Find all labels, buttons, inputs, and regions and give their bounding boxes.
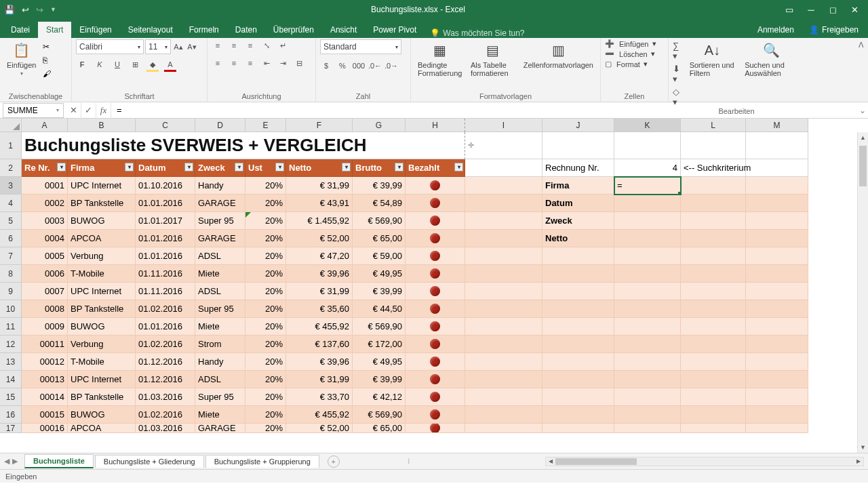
cell-bezahlt[interactable]: [406, 300, 465, 318]
cell[interactable]: [746, 230, 808, 247]
cell[interactable]: [614, 388, 681, 406]
row-header[interactable]: 1: [0, 132, 22, 159]
cell[interactable]: ✛: [465, 132, 542, 159]
cell[interactable]: [681, 132, 746, 159]
cell-datum[interactable]: 01.11.2016: [136, 283, 195, 300]
col-M[interactable]: M: [746, 119, 808, 132]
cell-netto[interactable]: € 455,92: [286, 406, 353, 424]
align-top-icon[interactable]: ≡: [212, 39, 224, 52]
cell-ust[interactable]: 20%: [245, 388, 286, 406]
lookup-netto-label[interactable]: Netto: [542, 230, 614, 247]
italic-button[interactable]: K: [94, 58, 106, 70]
cell[interactable]: [614, 195, 681, 212]
col-A[interactable]: A: [22, 119, 68, 132]
cell-brutto[interactable]: € 39,99: [353, 371, 406, 388]
row-header[interactable]: 2: [0, 159, 22, 177]
delete-cells-button[interactable]: ➖ Löschen ▾: [605, 49, 655, 58]
cell-firma[interactable]: APCOA: [68, 424, 136, 433]
cell[interactable]: [465, 353, 542, 371]
col-F[interactable]: F: [286, 119, 353, 132]
lookup-datum-label[interactable]: Datum: [542, 195, 614, 212]
align-center-icon[interactable]: ≡: [228, 57, 240, 69]
cell[interactable]: [746, 406, 808, 424]
row-header[interactable]: 9: [0, 283, 22, 300]
cell-netto[interactable]: € 52,00: [286, 424, 353, 433]
cell[interactable]: [614, 406, 681, 424]
cell[interactable]: [465, 424, 542, 433]
cell-zweck[interactable]: Super 95: [195, 388, 245, 406]
cell-ust[interactable]: 20%: [245, 265, 286, 283]
dec-decimal-icon[interactable]: .0→: [385, 60, 397, 72]
maximize-icon[interactable]: ◻: [823, 5, 842, 15]
row-header[interactable]: 6: [0, 230, 22, 247]
cell-ust[interactable]: 20%: [245, 353, 286, 371]
cell-datum[interactable]: 01.02.2016: [136, 336, 195, 353]
cell-zweck[interactable]: Handy: [195, 353, 245, 371]
conditional-formatting-button[interactable]: ▦Bedingte Formatierung: [415, 39, 465, 79]
sheet-next-icon[interactable]: ▶: [12, 457, 18, 466]
collapse-ribbon-icon[interactable]: ᐱ: [859, 41, 864, 49]
row-header[interactable]: 14: [0, 371, 22, 388]
cell-renr[interactable]: 00013: [22, 371, 68, 388]
cell-zweck[interactable]: Miete: [195, 406, 245, 424]
align-left-icon[interactable]: ≡: [212, 57, 224, 69]
filter-icon[interactable]: ▾: [275, 163, 284, 171]
cell-firma[interactable]: T-Mobile: [68, 353, 136, 371]
cell-brutto[interactable]: € 54,89: [353, 195, 406, 212]
cell-bezahlt[interactable]: [406, 177, 465, 195]
cell[interactable]: [542, 132, 614, 159]
cell-zweck[interactable]: GARAGE: [195, 424, 245, 433]
sort-filter-button[interactable]: A↓Sortieren und Filtern: [687, 39, 738, 79]
cell-bezahlt[interactable]: [406, 318, 465, 336]
cell-renr[interactable]: 0001: [22, 177, 68, 195]
cell-zweck[interactable]: Miete: [195, 265, 245, 283]
cell[interactable]: [681, 195, 746, 212]
row-header[interactable]: 17: [0, 424, 22, 433]
col-J[interactable]: J: [542, 119, 614, 132]
lookup-hint[interactable]: <-- Suchkriterium: [681, 159, 746, 177]
col-C[interactable]: C: [136, 119, 195, 132]
col-D[interactable]: D: [195, 119, 245, 132]
tab-formulas[interactable]: Formeln: [181, 22, 227, 38]
clear-icon[interactable]: ◇ ▾: [673, 87, 683, 107]
cell[interactable]: [746, 265, 808, 283]
cell-zweck[interactable]: Handy: [195, 177, 245, 195]
cell[interactable]: [614, 300, 681, 318]
close-icon[interactable]: ✕: [845, 5, 864, 15]
cell[interactable]: [746, 212, 808, 230]
merge-icon[interactable]: ⊟: [293, 57, 305, 69]
sheet-tab-0[interactable]: Buchungsliste: [24, 454, 94, 468]
cell-netto[interactable]: € 33,70: [286, 388, 353, 406]
cell-brutto[interactable]: € 39,99: [353, 283, 406, 300]
cell-brutto[interactable]: € 49,95: [353, 353, 406, 371]
cell-bezahlt[interactable]: [406, 195, 465, 212]
cell-bezahlt[interactable]: [406, 283, 465, 300]
align-bottom-icon[interactable]: ≡: [244, 39, 256, 52]
hscroll-left-icon[interactable]: ◀: [546, 458, 555, 466]
cell[interactable]: [542, 424, 614, 433]
redo-icon[interactable]: ↪: [36, 5, 43, 15]
cell-renr[interactable]: 0006: [22, 265, 68, 283]
cell-ust[interactable]: 20%: [245, 247, 286, 265]
cell[interactable]: [681, 371, 746, 388]
indent-dec-icon[interactable]: ⇤: [260, 57, 273, 69]
cell-brutto[interactable]: € 49,95: [353, 265, 406, 283]
cell-bezahlt[interactable]: [406, 212, 465, 230]
row-header[interactable]: 13: [0, 353, 22, 371]
cell-ust[interactable]: 20%: [245, 300, 286, 318]
cell[interactable]: [465, 265, 542, 283]
row-header[interactable]: 10: [0, 300, 22, 318]
cell-zweck[interactable]: GARAGE: [195, 195, 245, 212]
cell[interactable]: [746, 300, 808, 318]
indent-inc-icon[interactable]: ⇥: [277, 57, 289, 69]
bold-button[interactable]: F: [76, 58, 88, 70]
wrap-text-icon[interactable]: ↵: [277, 39, 289, 52]
cell-bezahlt[interactable]: [406, 371, 465, 388]
save-icon[interactable]: 💾: [4, 5, 15, 15]
spreadsheet-grid[interactable]: A B C D E F G H I J K L M 1 Buchungslist…: [0, 119, 868, 453]
cell-renr[interactable]: 0002: [22, 195, 68, 212]
table-header-c[interactable]: Datum▾: [136, 159, 195, 177]
filter-icon[interactable]: ▾: [454, 163, 463, 171]
cell[interactable]: [614, 247, 681, 265]
fill-color-button[interactable]: ◆: [146, 58, 159, 70]
